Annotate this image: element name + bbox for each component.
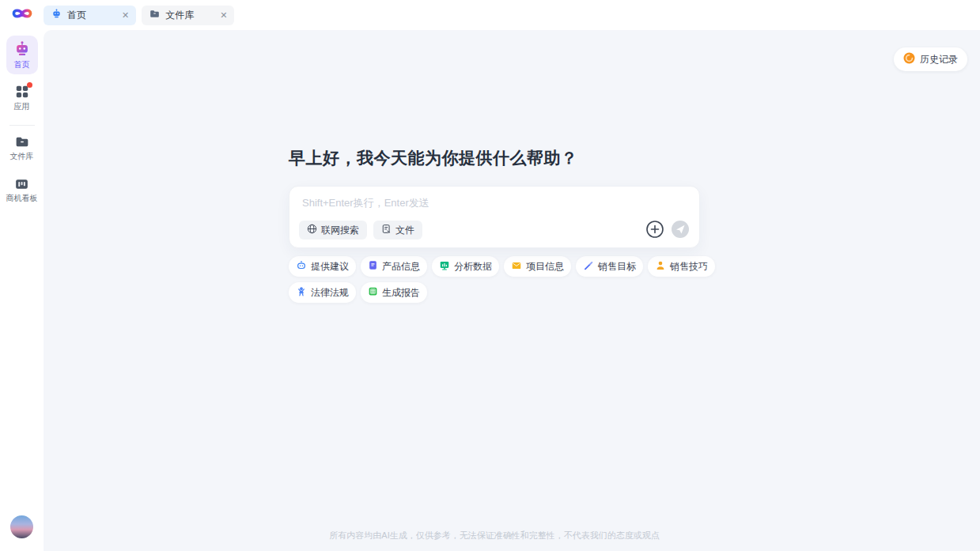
infinity-logo-icon <box>9 6 36 25</box>
chip-label: 销售技巧 <box>670 260 708 274</box>
file-icon <box>381 224 392 236</box>
sidebar-item-apps[interactable]: 应用 <box>0 85 44 112</box>
tab-label: 文件库 <box>165 9 206 22</box>
suggestion-chips: 提供建议 产品信息 分析数据 项目信息 <box>289 256 716 303</box>
person-icon <box>655 260 666 274</box>
file-button[interactable]: 文件 <box>373 221 422 240</box>
monitor-chart-icon <box>439 260 450 274</box>
history-icon <box>903 52 915 66</box>
folder-icon <box>149 9 160 21</box>
composer-actions <box>645 221 690 240</box>
tab-file-library[interactable]: 文件库 ✕ <box>142 6 234 25</box>
folder-icon <box>15 135 29 149</box>
bot-icon <box>13 40 31 58</box>
message-composer: 联网搜索 文件 <box>289 186 700 248</box>
add-attachment-button[interactable] <box>645 221 664 240</box>
sidebar-item-label: 文件库 <box>10 151 34 162</box>
chip-label: 产品信息 <box>382 260 420 274</box>
app-logo <box>0 6 44 25</box>
message-input[interactable] <box>302 196 687 223</box>
sidebar-divider <box>9 125 35 126</box>
product-card-icon <box>368 260 378 273</box>
main-area: 历史记录 早上好，我今天能为你提供什么帮助？ 联网搜索 文件 <box>44 30 980 551</box>
kanban-icon <box>15 178 28 191</box>
chip-generate-report[interactable]: 生成报告 <box>361 282 427 303</box>
apps-grid-icon <box>15 85 29 99</box>
sidebar-item-label: 商机看板 <box>6 193 38 204</box>
tool-label: 文件 <box>395 224 414 237</box>
composer-tools: 联网搜索 文件 <box>299 221 422 240</box>
sidebar-item-home[interactable]: 首页 <box>6 36 38 74</box>
send-button[interactable] <box>671 221 690 240</box>
envelope-icon <box>511 260 522 274</box>
chip-project-info[interactable]: 项目信息 <box>504 256 571 277</box>
chip-label: 法律法规 <box>311 286 349 300</box>
chip-label: 分析数据 <box>454 260 492 274</box>
home-content: 早上好，我今天能为你提供什么帮助？ 联网搜索 文件 <box>289 147 700 303</box>
chip-label: 销售目标 <box>598 260 636 274</box>
chip-label: 生成报告 <box>382 286 420 300</box>
tab-home[interactable]: 首页 ✕ <box>44 6 136 25</box>
tab-label: 首页 <box>67 9 108 22</box>
sidebar-item-file-library[interactable]: 文件库 <box>0 135 44 162</box>
chip-sales-target[interactable]: 销售目标 <box>576 256 643 277</box>
chip-label: 提供建议 <box>311 260 349 274</box>
sidebar-item-label: 应用 <box>14 101 30 112</box>
chip-sales-skills[interactable]: 销售技巧 <box>648 256 715 277</box>
chip-laws[interactable]: 法律法规 <box>289 282 356 303</box>
ai-disclaimer: 所有内容均由AI生成，仅供参考，无法保证准确性和完整性，不代表我们的态度或观点 <box>26 530 963 542</box>
close-icon[interactable]: ✕ <box>122 11 129 20</box>
chip-label: 项目信息 <box>526 260 564 274</box>
user-avatar[interactable] <box>10 515 33 538</box>
history-label: 历史记录 <box>920 53 958 66</box>
tool-label: 联网搜索 <box>321 224 359 237</box>
sidebar: 首页 应用 文件库 商机看板 <box>0 30 44 551</box>
bot-icon <box>51 9 62 21</box>
web-search-button[interactable]: 联网搜索 <box>299 221 367 240</box>
chip-product-info[interactable]: 产品信息 <box>361 256 427 277</box>
tab-bar: 首页 ✕ 文件库 ✕ <box>44 6 234 25</box>
topbar: 首页 ✕ 文件库 ✕ <box>0 0 980 30</box>
plus-circle-icon <box>645 220 664 241</box>
sidebar-item-label: 首页 <box>14 59 30 70</box>
history-button[interactable]: 历史记录 <box>894 47 967 71</box>
chip-analyze-data[interactable]: 分析数据 <box>432 256 499 277</box>
pen-icon <box>583 260 594 274</box>
send-icon <box>671 220 690 241</box>
notification-badge <box>27 82 32 88</box>
globe-icon <box>307 224 317 236</box>
table-grid-icon <box>368 286 378 299</box>
sidebar-item-kanban[interactable]: 商机看板 <box>0 178 44 204</box>
person-arms-up-icon <box>296 286 307 300</box>
greeting-title: 早上好，我今天能为你提供什么帮助？ <box>289 147 700 169</box>
chip-suggestions[interactable]: 提供建议 <box>289 256 356 277</box>
close-icon[interactable]: ✕ <box>220 11 227 20</box>
bot-outline-icon <box>296 260 307 274</box>
